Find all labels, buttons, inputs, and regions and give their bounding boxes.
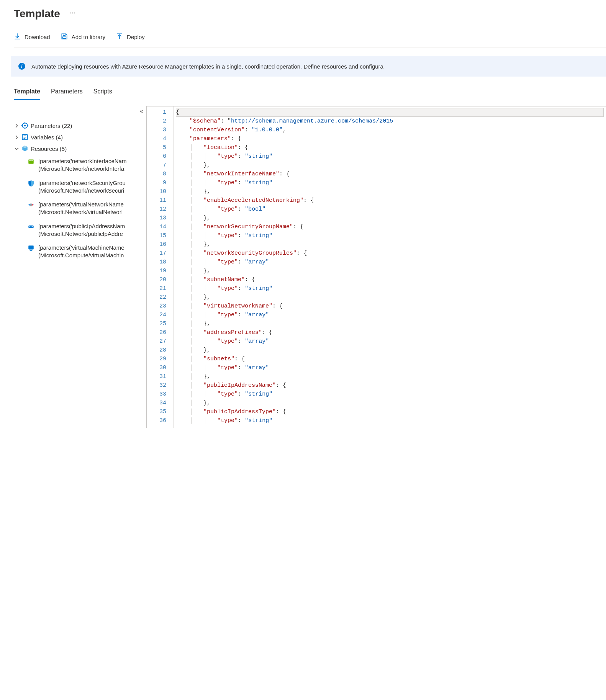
add-to-library-label: Add to library (72, 34, 105, 40)
resource-item[interactable]: [parameters('virtualMachineName(Microsof… (28, 241, 144, 263)
chevron-right-icon (14, 124, 19, 128)
page-title: Template (14, 8, 60, 20)
resource-item[interactable]: [parameters('virtualNetworkName(Microsof… (28, 198, 144, 219)
code-line[interactable]: │ }, (176, 346, 606, 355)
svg-point-10 (29, 226, 30, 227)
svg-rect-14 (30, 250, 32, 251)
code-line[interactable]: │ }, (176, 161, 606, 170)
resource-name: [parameters('publicIpAddressNam (38, 222, 125, 230)
code-line[interactable]: │ │ "type": "string" (176, 178, 606, 187)
svg-point-8 (32, 204, 33, 205)
code-line[interactable]: │ │ "type": "array" (176, 337, 606, 346)
code-editor[interactable]: 1234567891011121314151617181920212223242… (146, 106, 606, 428)
resource-item[interactable]: [parameters('publicIpAddressNam(Microsof… (28, 219, 144, 241)
code-line[interactable]: │ }, (176, 319, 606, 328)
tree-label: Resources (5) (31, 146, 67, 152)
download-button[interactable]: Download (14, 32, 50, 42)
resource-name: [parameters('virtualMachineName (38, 244, 124, 252)
code-line[interactable]: │ "networkInterfaceName": { (176, 170, 606, 178)
code-line[interactable]: │ }, (176, 399, 606, 407)
chevron-down-icon (14, 147, 19, 151)
resource-icon (28, 201, 34, 208)
code-line[interactable]: │ "subnets": { (176, 355, 606, 363)
resource-icon (28, 245, 34, 252)
resource-item[interactable]: [parameters('networkSecurityGrou(Microso… (28, 176, 144, 198)
code-line[interactable]: │ }, (176, 293, 606, 302)
svg-point-2 (24, 125, 26, 127)
code-line[interactable]: │ }, (176, 267, 606, 275)
code-line[interactable]: │ }, (176, 214, 606, 222)
code-line[interactable]: │ "virtualNetworkName": { (176, 302, 606, 311)
code-line[interactable]: "contentVersion": "1.0.0.0", (176, 126, 606, 134)
resource-name: [parameters('networkInterfaceNam (38, 157, 126, 165)
resource-item[interactable]: [parameters('networkInterfaceNam(Microso… (28, 154, 144, 176)
code-line[interactable]: │ "publicIpAddressType": { (176, 407, 606, 416)
resource-type: (Microsoft.Network/networkSecuri (38, 187, 126, 195)
toolbar: Download Add to library Deploy (14, 32, 606, 47)
svg-rect-0 (62, 37, 66, 39)
code-line[interactable]: │ │ "type": "string" (176, 284, 606, 293)
svg-rect-15 (29, 251, 33, 251)
code-line[interactable]: │ "subnetName": { (176, 275, 606, 284)
svg-point-12 (32, 226, 33, 227)
add-to-library-button[interactable]: Add to library (61, 32, 105, 42)
code-line[interactable]: │ │ "type": "string" (176, 416, 606, 425)
code-line[interactable]: │ │ "type": "string" (176, 390, 606, 399)
code-line[interactable]: │ │ "type": "bool" (176, 205, 606, 214)
code-line[interactable]: │ "addressPrefixes": { (176, 328, 606, 337)
resource-type: (Microsoft.Network/virtualNetworl (38, 208, 124, 216)
resource-icon (28, 158, 34, 165)
save-icon (61, 33, 68, 41)
tab-scripts[interactable]: Scripts (93, 86, 112, 100)
code-line[interactable]: │ }, (176, 187, 606, 196)
code-line[interactable]: │ │ "type": "string" (176, 231, 606, 240)
svg-rect-6 (31, 160, 33, 161)
tree-label: Variables (4) (31, 134, 63, 141)
svg-point-11 (31, 226, 31, 227)
deploy-icon (116, 33, 123, 41)
download-label: Download (25, 34, 50, 40)
tree-node-variables[interactable]: Variables (4) (14, 131, 144, 143)
tree-node-resources[interactable]: Resources (5) (14, 143, 144, 154)
code-line[interactable]: │ │ "type": "array" (176, 258, 606, 267)
deploy-button[interactable]: Deploy (116, 32, 145, 42)
variables-icon (21, 134, 28, 141)
resource-icon (28, 180, 34, 187)
svg-point-7 (29, 204, 30, 205)
tab-parameters[interactable]: Parameters (51, 86, 83, 100)
code-line[interactable]: │ "networkSecurityGroupRules": { (176, 249, 606, 258)
code-line[interactable]: │ "location": { (176, 143, 606, 152)
info-banner: i Automate deploying resources with Azur… (11, 56, 606, 77)
code-line[interactable]: │ "enableAcceleratedNetworking": { (176, 196, 606, 205)
sidebar: « Parameters (22) (14, 106, 146, 428)
resource-type: (Microsoft.Compute/virtualMachin (38, 252, 124, 259)
code-line[interactable]: │ │ "type": "array" (176, 311, 606, 319)
svg-rect-5 (29, 160, 31, 161)
code-line[interactable]: │ "networkSecurityGroupName": { (176, 222, 606, 231)
code-line[interactable]: │ │ "type": "array" (176, 363, 606, 372)
code-line[interactable]: │ │ "type": "string" (176, 152, 606, 161)
resource-type: (Microsoft.Network/publicIpAddre (38, 230, 125, 238)
more-icon[interactable]: ··· (69, 8, 76, 17)
info-banner-text: Automate deploying resources with Azure … (31, 63, 383, 70)
tree-label: Parameters (22) (31, 123, 72, 129)
resource-type: (Microsoft.Network/networkInterfa (38, 165, 126, 173)
code-line[interactable]: "parameters": { (176, 134, 606, 143)
editor-code-area[interactable]: { "$schema": "http://schema.management.a… (174, 106, 606, 428)
code-line[interactable]: │ "publicIpAddressName": { (176, 381, 606, 390)
chevron-right-icon (14, 135, 19, 139)
resources-icon (21, 145, 28, 152)
tree-node-parameters[interactable]: Parameters (22) (14, 120, 144, 131)
tabs: Template Parameters Scripts (14, 86, 606, 100)
info-icon: i (18, 63, 25, 70)
deploy-label: Deploy (127, 34, 145, 40)
collapse-sidebar-button[interactable]: « (140, 108, 143, 114)
code-line[interactable]: │ }, (176, 372, 606, 381)
code-line[interactable]: "$schema": "http://schema.management.azu… (176, 117, 606, 126)
code-line[interactable]: │ }, (176, 240, 606, 249)
code-line[interactable]: { (176, 108, 604, 117)
tab-template[interactable]: Template (14, 86, 40, 100)
editor-gutter: 1234567891011121314151617181920212223242… (147, 106, 174, 428)
svg-rect-13 (28, 245, 34, 249)
resource-name: [parameters('virtualNetworkName (38, 201, 124, 208)
